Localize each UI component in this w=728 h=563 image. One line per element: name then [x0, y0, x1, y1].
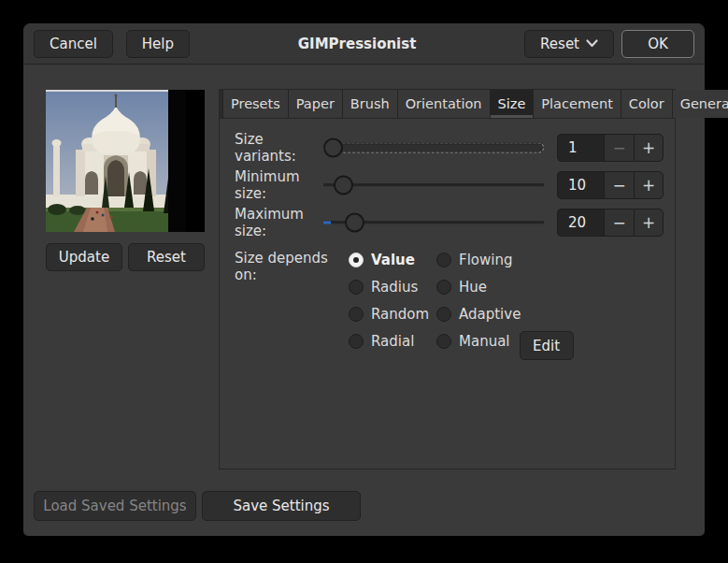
minus-icon: −	[612, 138, 625, 157]
edit-manual-button[interactable]: Edit	[520, 331, 574, 360]
maximum-size-plus-button[interactable]: +	[634, 209, 664, 237]
radio-unchecked-icon	[349, 280, 364, 295]
minimum-size-slider-knob[interactable]	[334, 176, 353, 195]
radio-option-value[interactable]: Value	[349, 246, 436, 273]
dialog-title: GIMPressionist	[190, 36, 524, 52]
depends-column-2: Flowing Hue Adaptive Manual	[436, 246, 574, 354]
radio-unchecked-icon	[349, 334, 364, 349]
preview-image[interactable]	[46, 90, 205, 232]
gimpressionist-dialog: Cancel Help GIMPressionist Reset OK	[23, 23, 705, 536]
maximum-size-slider[interactable]	[323, 209, 544, 237]
slider-fill	[323, 222, 331, 224]
radio-checked-icon	[349, 253, 364, 267]
reset-menu-button[interactable]: Reset	[524, 30, 614, 58]
radio-unchecked-icon	[436, 307, 451, 322]
minimum-size-entry[interactable]	[557, 171, 604, 199]
minimum-size-slider[interactable]	[323, 171, 544, 199]
size-variants-row: Size variants: − +	[235, 134, 664, 162]
tab-presets[interactable]: Presets	[222, 90, 289, 118]
update-preview-button[interactable]: Update	[46, 243, 122, 271]
reset-menu-label: Reset	[540, 36, 579, 52]
plus-icon: +	[642, 213, 655, 232]
size-variants-label: Size variants:	[235, 131, 323, 165]
radio-option-radial[interactable]: Radial	[349, 327, 436, 354]
titlebar: Cancel Help GIMPressionist Reset OK	[23, 23, 705, 65]
minimum-size-spinbox: − +	[557, 171, 664, 199]
maximum-size-label: Maximum size:	[235, 206, 323, 239]
radio-unchecked-icon	[436, 253, 451, 267]
load-saved-settings-button[interactable]: Load Saved Settings	[34, 491, 196, 521]
depends-column-1: Value Radius Random Radial	[349, 246, 436, 354]
tab-size[interactable]: Size	[491, 90, 535, 118]
size-depends-on-label: Size depends on:	[235, 246, 349, 283]
minus-icon: −	[612, 176, 625, 195]
minimum-size-row: Minimum size: − +	[235, 171, 664, 199]
tab-placement[interactable]: Placement	[534, 90, 621, 118]
reset-preview-button[interactable]: Reset	[128, 243, 205, 271]
tab-strip: Presets Paper Brush Orientation Size Pla…	[220, 90, 675, 119]
save-settings-button[interactable]: Save Settings	[202, 491, 361, 521]
size-variants-slider[interactable]	[323, 134, 544, 162]
radio-option-adaptive[interactable]: Adaptive	[436, 300, 574, 327]
maximum-size-slider-knob[interactable]	[345, 213, 364, 233]
radio-unchecked-icon	[436, 334, 451, 349]
taj-mahal-preview-image	[46, 90, 186, 232]
tab-general[interactable]: General	[673, 90, 728, 118]
tab-brush[interactable]: Brush	[343, 90, 398, 118]
plus-icon: +	[642, 138, 655, 157]
radio-option-hue[interactable]: Hue	[436, 273, 574, 300]
radio-option-random[interactable]: Random	[349, 300, 436, 327]
radio-unchecked-icon	[436, 280, 451, 295]
maximum-size-row: Maximum size: − +	[235, 209, 664, 237]
tab-color[interactable]: Color	[621, 90, 673, 118]
minimum-size-label: Minimum size:	[235, 168, 323, 202]
footer: Load Saved Settings Save Settings	[34, 491, 361, 521]
radio-option-manual[interactable]: Manual Edit	[436, 327, 574, 354]
size-page: Size variants: − + Minimum size:	[220, 119, 675, 354]
radio-unchecked-icon	[349, 307, 364, 322]
size-variants-minus-button[interactable]: −	[604, 134, 634, 162]
preview-panel: Update Reset	[46, 90, 227, 271]
maximum-size-minus-button[interactable]: −	[604, 209, 634, 237]
radio-option-radius[interactable]: Radius	[349, 273, 436, 300]
maximum-size-spinbox: − +	[557, 209, 664, 237]
chevron-down-icon	[586, 39, 598, 48]
help-button[interactable]: Help	[126, 30, 190, 58]
size-variants-slider-knob[interactable]	[323, 138, 343, 158]
ok-button[interactable]: OK	[621, 30, 694, 58]
size-variants-entry[interactable]	[557, 134, 604, 162]
dialog-body: Update Reset Presets Paper Brush Orienta…	[23, 65, 705, 535]
tab-orientation[interactable]: Orientation	[398, 90, 491, 118]
size-depends-on-group: Size depends on: Value Radius Random	[235, 246, 664, 354]
plus-icon: +	[642, 176, 655, 195]
minimum-size-plus-button[interactable]: +	[634, 171, 664, 199]
minimum-size-minus-button[interactable]: −	[604, 171, 634, 199]
settings-notebook: Presets Paper Brush Orientation Size Pla…	[219, 89, 676, 469]
cancel-button[interactable]: Cancel	[34, 30, 113, 58]
maximum-size-entry[interactable]	[557, 209, 604, 237]
size-variants-spinbox: − +	[557, 134, 664, 162]
radio-option-flowing[interactable]: Flowing	[436, 246, 574, 273]
minus-icon: −	[612, 213, 625, 232]
size-variants-plus-button[interactable]: +	[634, 134, 664, 162]
tab-paper[interactable]: Paper	[289, 90, 343, 118]
